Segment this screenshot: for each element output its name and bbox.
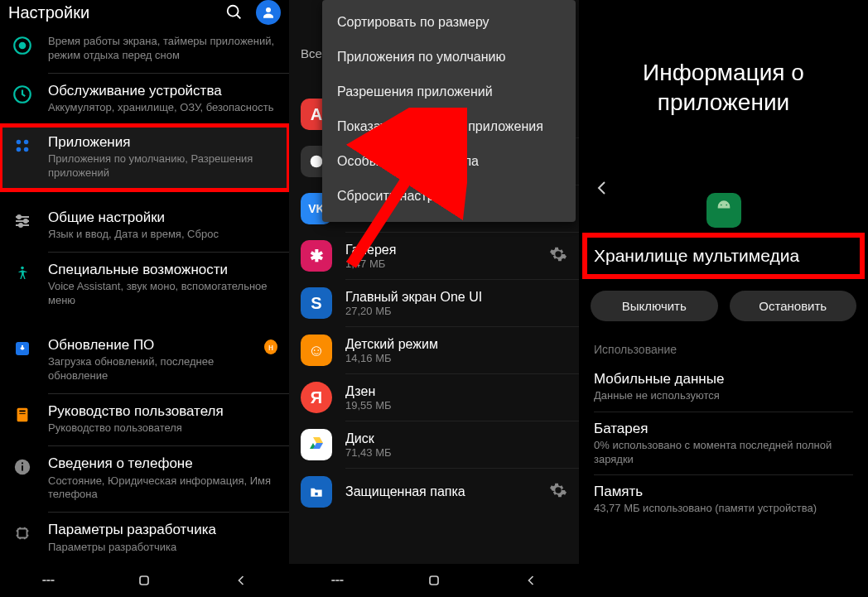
section-label-usage: Использование xyxy=(579,339,868,363)
settings-item-text: Время работы экрана, таймеры приложений,… xyxy=(48,33,277,63)
recent-apps-button[interactable] xyxy=(40,572,56,589)
settings-item-text: Общие настройки Язык и ввод, Дата и врем… xyxy=(48,209,219,242)
app-name-label: Дзен xyxy=(345,384,392,399)
back-button[interactable] xyxy=(523,572,539,589)
row-battery[interactable]: Батарея 0% использовано с момента послед… xyxy=(579,412,868,475)
settings-item-accessibility[interactable]: Специальные возможности Voice Assistant,… xyxy=(0,253,289,318)
settings-item-text: Параметры разработчика Параметры разрабо… xyxy=(48,521,216,554)
back-button[interactable] xyxy=(233,572,249,589)
svg-rect-25 xyxy=(42,580,46,581)
app-item-oneui[interactable]: S Главный экран One UI 27,20 МБ xyxy=(289,280,579,326)
svg-rect-18 xyxy=(17,408,28,422)
app-icon xyxy=(301,429,332,460)
settings-item-text: Приложения Приложения по умолчанию, Разр… xyxy=(48,133,277,181)
row-mobile-data[interactable]: Мобильные данные Данные не используются xyxy=(579,363,868,412)
home-button[interactable] xyxy=(426,572,442,589)
settings-item-about-phone[interactable]: Сведения о телефоне Состояние, Юридическ… xyxy=(0,446,289,512)
menu-item-permissions[interactable]: Разрешения приложений xyxy=(322,75,576,109)
force-stop-button[interactable]: Остановить xyxy=(730,291,857,321)
settings-item-software-update[interactable]: Обновление ПО Загрузка обновлений, после… xyxy=(0,328,289,393)
screen-apps-list: Все А VK ВКонтакте 1,47 МБ xyxy=(289,0,579,597)
svg-point-13 xyxy=(17,215,21,219)
action-buttons: Выключить Остановить xyxy=(591,291,856,321)
app-item-secure-folder[interactable]: Защищенная папка xyxy=(289,469,579,515)
app-name-highlight: Хранилище мультимедиа xyxy=(582,233,865,279)
app-size-label: 14,16 МБ xyxy=(345,352,438,364)
settings-item-digital-wellbeing[interactable]: Время работы экрана, таймеры приложений,… xyxy=(0,25,289,73)
app-name: Хранилище мультимедиа xyxy=(594,246,853,266)
svg-rect-30 xyxy=(315,493,317,495)
svg-point-4 xyxy=(19,42,27,50)
svg-rect-24 xyxy=(18,529,27,538)
menu-item-reset[interactable]: Сбросить настройки xyxy=(322,179,576,214)
app-icon: ☺ xyxy=(301,335,332,366)
app-icon xyxy=(301,476,332,508)
app-icon xyxy=(706,193,741,228)
app-icon: ✱ xyxy=(301,240,332,272)
gear-icon[interactable] xyxy=(549,245,567,267)
android-navbar xyxy=(289,564,579,597)
developer-icon xyxy=(12,522,33,544)
svg-rect-32 xyxy=(332,580,335,581)
home-button[interactable] xyxy=(136,572,152,589)
svg-point-29 xyxy=(311,156,323,168)
app-size-label: 71,43 МБ xyxy=(345,446,392,459)
svg-point-0 xyxy=(228,6,239,17)
manual-icon xyxy=(12,404,33,426)
app-size-label: 1,47 МБ xyxy=(345,258,396,270)
app-name-label: Защищенная папка xyxy=(345,484,465,499)
settings-item-developer-options[interactable]: Параметры разработчика Параметры разрабо… xyxy=(0,513,289,564)
app-icon: S xyxy=(301,287,332,319)
overflow-menu: Сортировать по размеру Приложения по умо… xyxy=(322,0,576,222)
disable-button[interactable]: Выключить xyxy=(591,291,718,321)
settings-item-general[interactable]: Общие настройки Язык и ввод, Дата и врем… xyxy=(0,200,289,252)
svg-rect-34 xyxy=(340,580,344,581)
settings-item-text: Обновление ПО Загрузка обновлений, после… xyxy=(48,336,249,383)
app-name-label: Главный экран One UI xyxy=(345,290,482,305)
svg-rect-20 xyxy=(19,413,25,414)
app-item-drive[interactable]: Диск 71,43 МБ xyxy=(289,421,579,468)
settings-item-text: Специальные возможности Voice Assistant,… xyxy=(48,261,277,308)
svg-line-1 xyxy=(237,15,241,19)
svg-point-36 xyxy=(720,204,721,205)
settings-item-text: Руководство пользователя Руководство пол… xyxy=(48,402,224,436)
settings-item-user-manual[interactable]: Руководство пользователя Руководство пол… xyxy=(0,394,289,445)
settings-item-text: Сведения о телефоне Состояние, Юридическ… xyxy=(48,455,277,502)
svg-rect-26 xyxy=(46,580,50,581)
recent-apps-button[interactable] xyxy=(329,572,345,589)
settings-item-apps[interactable]: Приложения Приложения по умолчанию, Разр… xyxy=(0,125,289,190)
svg-rect-22 xyxy=(22,465,23,470)
back-icon[interactable] xyxy=(592,178,612,203)
svg-point-16 xyxy=(21,267,24,270)
profile-avatar-icon[interactable] xyxy=(256,0,281,25)
menu-item-special-access[interactable]: Особые права доступа xyxy=(322,144,576,179)
app-item-gallery[interactable]: ✱ Галерея 1,47 МБ xyxy=(289,233,579,279)
app-item-zen[interactable]: Я Дзен 19,55 МБ xyxy=(289,374,579,421)
menu-item-show-system-apps[interactable]: Показать системные приложения xyxy=(322,109,576,144)
group-gap xyxy=(0,190,289,200)
svg-point-9 xyxy=(24,147,29,152)
filter-label[interactable]: Все xyxy=(301,46,322,60)
settings-item-text: Обслуживание устройства Аккумулятор, хра… xyxy=(48,82,273,115)
gear-icon[interactable] xyxy=(549,481,567,503)
device-care-icon xyxy=(12,84,33,105)
info-icon xyxy=(12,456,33,478)
row-storage[interactable]: Память 43,77 МБ использовано (памяти уст… xyxy=(579,475,868,524)
settings-title: Настройки xyxy=(8,3,224,22)
group-gap xyxy=(0,318,289,328)
app-size-label: 19,55 МБ xyxy=(345,399,392,412)
search-icon[interactable] xyxy=(224,2,244,22)
wellbeing-icon xyxy=(12,35,33,56)
svg-point-14 xyxy=(24,219,27,223)
svg-point-15 xyxy=(19,224,22,227)
update-badge: н xyxy=(264,339,277,354)
app-item-kids[interactable]: ☺ Детский режим 14,16 МБ xyxy=(289,327,579,373)
app-size-label: 27,20 МБ xyxy=(345,305,482,317)
settings-item-device-care[interactable]: Обслуживание устройства Аккумулятор, хра… xyxy=(0,74,289,125)
svg-point-8 xyxy=(17,147,22,152)
svg-rect-28 xyxy=(140,576,148,585)
menu-item-sort[interactable]: Сортировать по размеру xyxy=(322,5,576,40)
page-title: Информация о приложении xyxy=(579,33,868,160)
menu-item-default-apps[interactable]: Приложения по умолчанию xyxy=(322,40,576,75)
general-icon xyxy=(12,210,33,232)
